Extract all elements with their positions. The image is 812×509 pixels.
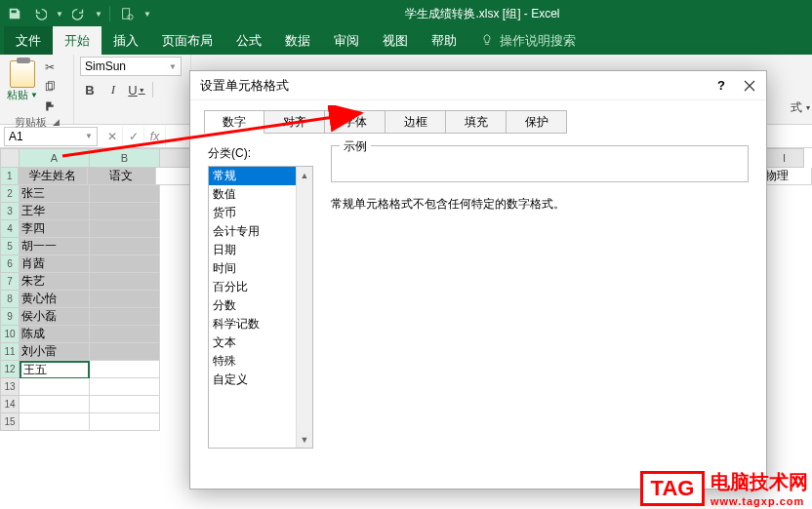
cell-b6[interactable] [90, 255, 160, 273]
cell-a9[interactable]: 侯小磊 [20, 308, 90, 326]
category-label: 分类(C): [208, 145, 313, 162]
row-header[interactable]: 3 [0, 203, 20, 220]
row-header[interactable]: 8 [0, 291, 20, 308]
cell-a13[interactable] [20, 378, 90, 396]
cancel-icon[interactable]: ✕ [102, 127, 123, 146]
row-header[interactable]: 10 [0, 326, 20, 343]
qat-customize-icon[interactable]: ▼ [142, 3, 153, 24]
cell-a15[interactable] [20, 413, 90, 431]
sample-box: 示例 [331, 145, 749, 182]
col-header-b[interactable]: B [90, 148, 160, 168]
save-icon[interactable] [4, 3, 25, 24]
row-header[interactable]: 14 [0, 396, 20, 413]
col-header-a[interactable]: A [20, 148, 90, 168]
dlg-tab-protect[interactable]: 保护 [507, 110, 567, 134]
redo-dropdown-icon[interactable]: ▼ [94, 3, 103, 24]
tab-data[interactable]: 数据 [273, 26, 322, 55]
listbox-scrollbar[interactable]: ▲ ▼ [296, 167, 312, 448]
clipboard-launcher-icon[interactable]: ◢ [53, 117, 60, 127]
copy-icon[interactable] [39, 78, 61, 96]
fx-icon[interactable]: fx [144, 127, 166, 146]
search-placeholder: 操作说明搜索 [500, 32, 576, 50]
cell-b14[interactable] [90, 396, 160, 413]
cell-b4[interactable] [90, 220, 160, 238]
cell-a12[interactable]: 王五 [20, 361, 90, 379]
dlg-tab-font[interactable]: 字体 [325, 110, 386, 134]
cell-styles-dropdown[interactable]: 式▾ [791, 99, 810, 116]
dlg-tab-align[interactable]: 对齐 [264, 110, 325, 134]
dlg-tab-fill[interactable]: 填充 [446, 110, 507, 134]
row-header[interactable]: 7 [0, 273, 20, 291]
dlg-tab-number[interactable]: 数字 [204, 110, 264, 134]
name-box[interactable]: A1▼ [4, 127, 98, 146]
italic-button[interactable]: I [103, 80, 123, 99]
row-header[interactable]: 4 [0, 220, 20, 238]
cell-b11[interactable] [90, 343, 160, 361]
titlebar: ▼ ▼ ▼ 学生成绩转换.xlsx [组] - Excel [0, 0, 812, 27]
tab-formula[interactable]: 公式 [224, 26, 273, 55]
tab-home[interactable]: 开始 [53, 26, 102, 55]
dialog-help-icon[interactable]: ? [717, 78, 725, 93]
redo-icon[interactable] [68, 3, 90, 24]
enter-icon[interactable]: ✓ [123, 127, 144, 146]
cell-b5[interactable] [90, 238, 160, 255]
cell-b2[interactable] [90, 185, 160, 203]
cell-b12[interactable] [90, 361, 160, 378]
row-header[interactable]: 5 [0, 238, 20, 255]
tab-view[interactable]: 视图 [371, 26, 420, 55]
cell-a6[interactable]: 肖茜 [20, 255, 90, 273]
cell-b7[interactable] [90, 273, 160, 291]
cell-a1[interactable]: 学生姓名 [19, 168, 87, 185]
tab-layout[interactable]: 页面布局 [150, 26, 224, 55]
cell-a7[interactable]: 朱艺 [20, 273, 90, 291]
dialog-tabs: 数字 对齐 字体 边框 填充 保护 [190, 100, 766, 134]
row-header[interactable]: 11 [0, 343, 20, 361]
cut-icon[interactable]: ✂ [39, 59, 61, 76]
cell-b15[interactable] [90, 413, 160, 431]
category-listbox[interactable]: 常规数值货币会计专用日期时间百分比分数科学记数文本特殊自定义 ▲ ▼ [208, 166, 313, 449]
row-header[interactable]: 12 [0, 361, 20, 378]
print-preview-icon[interactable] [116, 3, 138, 24]
cell-b8[interactable] [90, 291, 160, 308]
cell-b10[interactable] [90, 326, 160, 343]
cell-a10[interactable]: 陈成 [20, 326, 90, 343]
cell-a5[interactable]: 胡一一 [20, 238, 90, 255]
row-header[interactable]: 2 [0, 185, 20, 203]
select-all-corner[interactable] [0, 148, 20, 168]
col-header-i[interactable]: I [765, 148, 804, 168]
cell-b1[interactable]: 语文 [88, 168, 156, 185]
cell-a2[interactable]: 张三 [20, 185, 90, 203]
font-name-select[interactable]: SimSun▼ [80, 57, 182, 76]
watermark-tag: TAG [640, 471, 705, 506]
row-header[interactable]: 6 [0, 255, 20, 273]
scroll-up-icon[interactable]: ▲ [297, 167, 312, 183]
dialog-close-icon[interactable] [743, 79, 756, 93]
cell-b13[interactable] [90, 378, 160, 396]
bold-button[interactable]: B [80, 80, 100, 99]
format-painter-icon[interactable] [39, 98, 61, 115]
undo-icon[interactable] [29, 3, 51, 24]
sample-label: 示例 [340, 138, 371, 155]
tab-file[interactable]: 文件 [4, 26, 53, 55]
dlg-tab-border[interactable]: 边框 [386, 110, 446, 134]
cell-a4[interactable]: 李四 [20, 220, 90, 238]
row-header[interactable]: 15 [0, 413, 20, 431]
cell-a11[interactable]: 刘小雷 [20, 343, 90, 361]
cell-a14[interactable] [20, 396, 90, 413]
row-header[interactable]: 1 [0, 168, 19, 185]
row-header[interactable]: 9 [0, 308, 20, 326]
tab-help[interactable]: 帮助 [420, 26, 468, 55]
tab-insert[interactable]: 插入 [102, 26, 150, 55]
cell-b9[interactable] [90, 308, 160, 326]
row-header[interactable]: 13 [0, 378, 20, 396]
cell-b3[interactable] [90, 203, 160, 220]
tab-review[interactable]: 审阅 [322, 26, 371, 55]
cell-a8[interactable]: 黄心怡 [20, 291, 90, 308]
cell-a3[interactable]: 王华 [20, 203, 90, 220]
underline-button[interactable]: U▼ [127, 80, 146, 99]
tell-me-search[interactable]: 操作说明搜索 [468, 32, 588, 55]
scroll-down-icon[interactable]: ▼ [297, 431, 312, 448]
undo-dropdown-icon[interactable]: ▼ [55, 3, 64, 24]
watermark: TAG 电脑技术网 www.tagxp.com [640, 469, 808, 507]
paste-button[interactable]: 粘贴▼ [6, 57, 39, 105]
